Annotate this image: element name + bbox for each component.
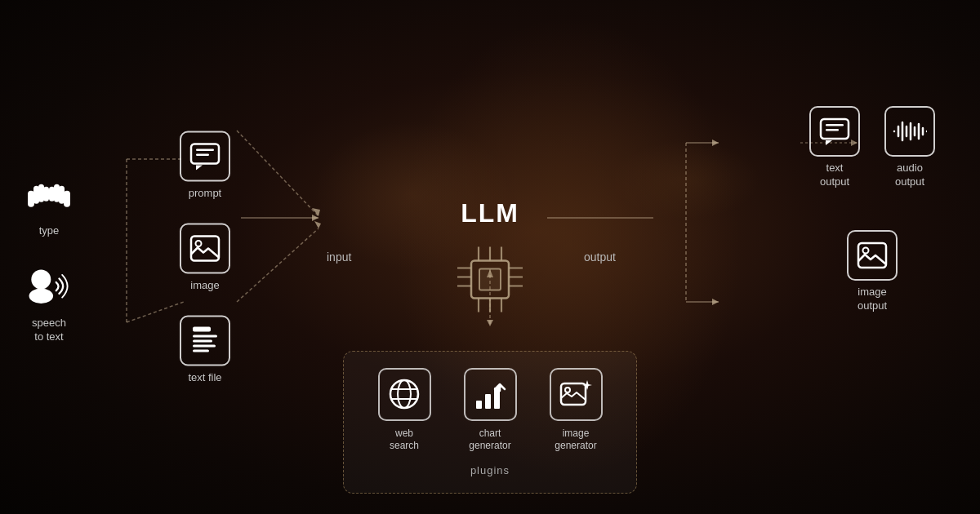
speech-icon bbox=[24, 263, 74, 312]
svg-point-68 bbox=[390, 380, 418, 408]
llm-title: LLM bbox=[461, 198, 519, 228]
output-item-image: imageoutput bbox=[809, 230, 935, 313]
textfile-label: text file bbox=[188, 371, 221, 383]
plugins-caption: plugins bbox=[470, 464, 510, 476]
svg-point-69 bbox=[398, 380, 411, 408]
mid-item-textfile: text file bbox=[180, 316, 230, 383]
svg-rect-55 bbox=[826, 124, 844, 126]
svg-point-29 bbox=[29, 289, 54, 304]
image-gen-icon-box bbox=[550, 368, 603, 421]
left-inputs-section: type speechto text bbox=[24, 171, 74, 344]
chart-gen-label: chartgenerator bbox=[469, 428, 510, 453]
svg-rect-26 bbox=[54, 184, 60, 202]
prompt-icon-box bbox=[180, 131, 230, 182]
text-output-label: textoutput bbox=[820, 162, 849, 189]
svg-rect-41 bbox=[479, 269, 501, 290]
svg-rect-73 bbox=[485, 394, 491, 409]
svg-rect-35 bbox=[193, 327, 211, 332]
svg-rect-72 bbox=[476, 401, 482, 409]
output-item-text: textoutput bbox=[809, 106, 860, 189]
web-search-label: websearch bbox=[390, 428, 419, 453]
chip-icon bbox=[453, 243, 527, 317]
svg-rect-39 bbox=[193, 350, 209, 352]
plugin-item-imagegen: imagegenerator bbox=[550, 368, 603, 453]
audio-output-icon bbox=[884, 106, 935, 157]
svg-point-34 bbox=[196, 241, 202, 246]
svg-rect-33 bbox=[191, 237, 219, 261]
output-label: output bbox=[584, 250, 616, 264]
plugin-item-chartgen: chartgenerator bbox=[464, 368, 517, 453]
svg-rect-22 bbox=[38, 184, 44, 202]
plugins-box: websearch chartgenerator bbox=[343, 351, 637, 494]
text-output-icon bbox=[809, 106, 860, 157]
plugin-item-websearch: websearch bbox=[378, 368, 431, 453]
svg-rect-23 bbox=[43, 187, 49, 202]
input-label: input bbox=[327, 250, 351, 264]
svg-rect-37 bbox=[193, 340, 212, 343]
audio-output-label: audiooutput bbox=[895, 162, 924, 189]
svg-rect-38 bbox=[193, 345, 216, 348]
svg-point-67 bbox=[863, 247, 869, 253]
textfile-icon-box bbox=[180, 316, 230, 366]
type-label: type bbox=[39, 224, 60, 238]
svg-point-28 bbox=[31, 270, 51, 290]
middle-inputs-section: prompt image bbox=[180, 131, 230, 383]
mid-item-prompt: prompt bbox=[180, 131, 230, 199]
image-icon-box bbox=[180, 224, 230, 274]
svg-rect-21 bbox=[33, 186, 39, 204]
llm-center: LLM bbox=[453, 198, 527, 317]
image-label: image bbox=[190, 279, 219, 291]
input-item-speech: speechto text bbox=[24, 263, 74, 344]
svg-rect-27 bbox=[49, 187, 55, 202]
svg-rect-32 bbox=[196, 154, 209, 157]
svg-point-76 bbox=[565, 388, 570, 392]
input-item-type: type bbox=[24, 171, 74, 238]
image-gen-label: imagegenerator bbox=[555, 428, 596, 453]
mid-item-image: image bbox=[180, 224, 230, 291]
image-output-icon bbox=[847, 230, 898, 281]
right-outputs-section: textoutput bbox=[809, 106, 935, 313]
svg-rect-25 bbox=[59, 186, 65, 204]
svg-rect-36 bbox=[193, 335, 217, 338]
speech-label: speechto text bbox=[32, 317, 66, 344]
svg-rect-56 bbox=[826, 129, 839, 131]
prompt-label: prompt bbox=[189, 187, 221, 199]
svg-rect-20 bbox=[28, 191, 34, 207]
image-output-label: imageoutput bbox=[858, 286, 887, 313]
svg-rect-66 bbox=[858, 243, 886, 268]
main-content: type speechto text bbox=[0, 0, 980, 514]
chart-gen-icon-box bbox=[464, 368, 517, 421]
svg-rect-31 bbox=[196, 149, 214, 152]
svg-rect-24 bbox=[64, 191, 70, 207]
right-outputs-top-row: textoutput bbox=[809, 106, 935, 189]
output-item-audio: audiooutput bbox=[884, 106, 935, 189]
hands-icon bbox=[24, 171, 74, 219]
web-search-icon-box bbox=[378, 368, 431, 421]
plugins-items: websearch chartgenerator bbox=[378, 368, 603, 453]
